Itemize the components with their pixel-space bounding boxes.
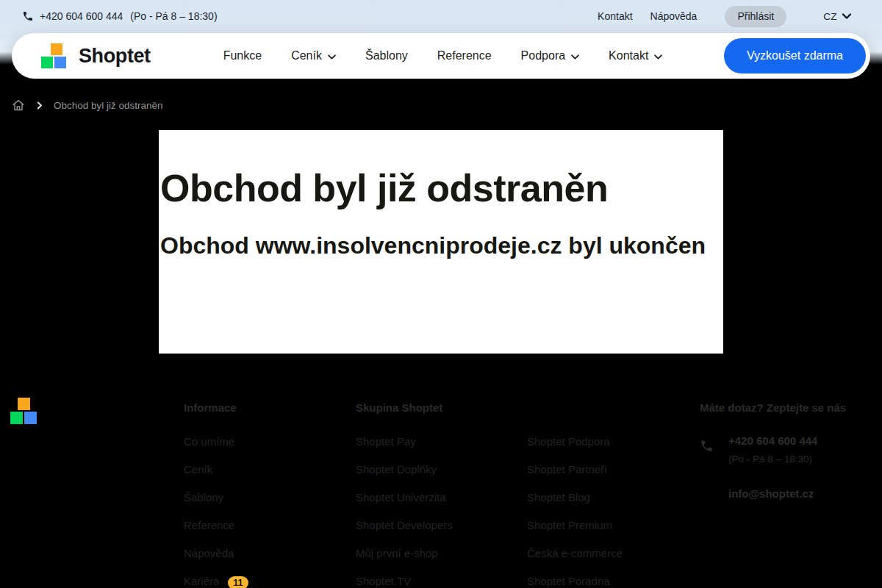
main-navbar: Shoptet Funkce Ceník Šablony Reference P… xyxy=(12,33,870,79)
topbar: +420 604 600 444 (Po - Pá 8 – 18:30) Kon… xyxy=(0,0,882,32)
footer-link-kariera[interactable]: Kariéra11 xyxy=(184,576,356,588)
topbar-links: Kontakt Nápověda Přihlásit CZ xyxy=(598,6,851,27)
chevron-down-icon xyxy=(571,54,579,60)
footer-link[interactable]: Shoptet Blog xyxy=(527,492,700,503)
footer-column-title: Informace xyxy=(184,401,356,415)
phone-icon xyxy=(22,10,34,22)
main-content: Obchod byl již odstraněn Obchod www.inso… xyxy=(0,130,882,354)
page-title: Obchod byl již odstraněn xyxy=(160,168,716,209)
footer-link[interactable]: Shoptet.TV xyxy=(356,576,527,587)
login-button[interactable]: Přihlásit xyxy=(725,6,786,27)
breadcrumb: Obchod byl již odstraněn xyxy=(12,98,882,112)
footer-column-skupina: Skupina Shoptet Shoptet Pay Shoptet Dopl… xyxy=(356,401,527,588)
nav-item-reference[interactable]: Reference xyxy=(437,49,492,62)
footer-column-title xyxy=(527,401,700,415)
nav-item-kontakt[interactable]: Kontakt xyxy=(609,49,662,62)
site-footer: Informace Co umíme Ceník Šablony Referen… xyxy=(0,354,882,588)
footer-link[interactable]: Shoptet Pay xyxy=(356,436,527,448)
nav-item-funkce[interactable]: Funkce xyxy=(223,49,262,62)
topbar-phone-number[interactable]: +420 604 600 444 xyxy=(40,10,123,22)
footer-email-link[interactable]: info@shoptet.cz xyxy=(728,487,855,500)
footer-link[interactable]: Ceník xyxy=(184,464,356,476)
footer-link[interactable]: Shoptet Partneři xyxy=(527,464,700,476)
footer-link[interactable]: Reference xyxy=(184,520,356,531)
footer-contact-title: Máte dotaz? Zeptejte se nás xyxy=(700,401,855,415)
nav-item-label: Funkce xyxy=(223,49,262,62)
nav-item-cenik[interactable]: Ceník xyxy=(291,49,336,62)
footer-link[interactable]: Můj první e-shop xyxy=(356,548,527,559)
footer-link[interactable]: Shoptet Poradna xyxy=(527,576,700,587)
site-header: +420 604 600 444 (Po - Pá 8 – 18:30) Kon… xyxy=(0,0,882,79)
home-icon[interactable] xyxy=(12,98,25,112)
footer-link-label: Kariéra xyxy=(184,575,219,587)
footer-contact-phone-row: +420 604 600 444 (Po - Pá 8 – 18:30) xyxy=(700,434,855,465)
nav-item-podpora[interactable]: Podpora xyxy=(521,49,580,62)
footer-link[interactable]: Shoptet Podpora xyxy=(527,436,700,448)
try-free-button[interactable]: Vyzkoušet zdarma xyxy=(724,38,866,74)
nav-item-label: Kontakt xyxy=(609,49,648,62)
footer-column-informace: Informace Co umíme Ceník Šablony Referen… xyxy=(184,401,356,588)
brand-name: Shoptet xyxy=(79,45,151,68)
chevron-down-icon xyxy=(654,54,662,60)
shoptet-logo[interactable]: Shoptet xyxy=(41,43,151,69)
footer-link[interactable]: Shoptet Univerzita xyxy=(356,492,527,503)
topbar-contact: +420 604 600 444 (Po - Pá 8 – 18:30) xyxy=(22,10,218,22)
topbar-link-kontakt[interactable]: Kontakt xyxy=(598,10,632,22)
page-subtitle: Obchod www.insolvencniprodeje.cz byl uko… xyxy=(160,226,716,265)
footer-link[interactable]: Shoptet Developers xyxy=(356,520,527,531)
chevron-down-icon xyxy=(842,13,851,19)
footer-opening-hours: (Po - Pá 8 – 18:30) xyxy=(728,453,817,465)
footer-phone-number[interactable]: +420 604 600 444 xyxy=(728,434,817,447)
nav-item-sablony[interactable]: Šablony xyxy=(365,49,408,62)
breadcrumb-current-page: Obchod byl již odstraněn xyxy=(54,100,163,111)
nav-item-label: Podpora xyxy=(521,49,566,62)
footer-link[interactable]: Šablony xyxy=(184,492,356,503)
nav-item-label: Ceník xyxy=(291,49,322,62)
chevron-down-icon xyxy=(328,54,336,60)
footer-contact-block: Máte dotaz? Zeptejte se nás +420 604 600… xyxy=(700,401,855,588)
language-selector[interactable]: CZ xyxy=(823,11,851,22)
jobs-count-badge: 11 xyxy=(228,576,248,588)
nav-item-label: Šablony xyxy=(365,49,408,62)
main-menu: Funkce Ceník Šablony Reference Podpora xyxy=(223,49,663,62)
footer-link[interactable]: Shoptet Premium xyxy=(527,520,700,531)
footer-link[interactable]: Česká e-commerce xyxy=(527,548,700,559)
topbar-opening-hours: (Po - Pá 8 – 18:30) xyxy=(130,10,217,22)
shoptet-logo-icon xyxy=(41,43,68,69)
nav-item-label: Reference xyxy=(437,49,492,62)
topbar-link-napoveda[interactable]: Nápověda xyxy=(650,10,698,22)
chevron-right-icon xyxy=(35,101,44,110)
footer-link[interactable]: Shoptet Doplňky xyxy=(356,464,527,476)
language-label: CZ xyxy=(823,11,837,22)
footer-link[interactable]: Nápověda xyxy=(184,548,356,559)
phone-icon xyxy=(700,439,714,465)
footer-columns: Informace Co umíme Ceník Šablony Referen… xyxy=(184,401,855,588)
footer-shoptet-logo-icon[interactable] xyxy=(10,398,38,424)
footer-link[interactable]: Co umíme xyxy=(184,436,356,448)
footer-column-title: Skupina Shoptet xyxy=(356,401,527,415)
removed-shop-card: Obchod byl již odstraněn Obchod www.inso… xyxy=(159,130,723,354)
footer-column-shoptet-weby: Shoptet Podpora Shoptet Partneři Shoptet… xyxy=(527,401,700,588)
